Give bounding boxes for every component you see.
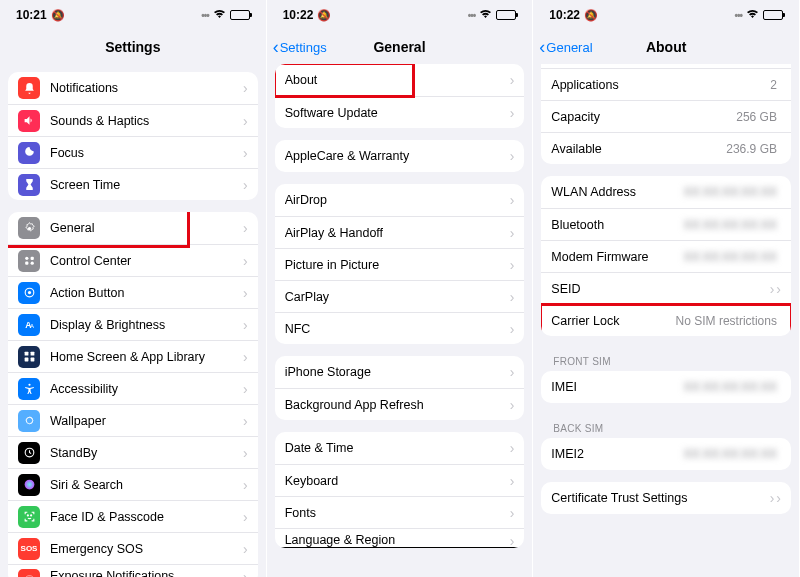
focus-icon xyxy=(18,142,40,164)
row-label: Capacity xyxy=(551,110,736,124)
row-label: Focus xyxy=(50,146,241,160)
chevron-right-icon: › xyxy=(243,569,248,577)
row-focus[interactable]: Focus› xyxy=(8,136,258,168)
chevron-right-icon: › xyxy=(510,289,515,305)
chevron-right-icon: › xyxy=(243,253,248,269)
row-date-time[interactable]: Date & Time› xyxy=(275,432,525,464)
row-standby[interactable]: StandBy› xyxy=(8,436,258,468)
row-imei2[interactable]: IMEI2XX:XX:XX:XX:XX xyxy=(541,438,791,470)
about-group-2: WLAN AddressXX:XX:XX:XX:XXBluetoothXX:XX… xyxy=(541,176,791,336)
row-keyboard[interactable]: Keyboard› xyxy=(275,464,525,496)
chevron-right-icon: › xyxy=(510,257,515,273)
row-label: Action Button xyxy=(50,286,241,300)
row-control-center[interactable]: Control Center› xyxy=(8,244,258,276)
general-group-2: AppleCare & Warranty› xyxy=(275,140,525,172)
svg-rect-9 xyxy=(24,352,28,356)
chevron-right-icon: › xyxy=(243,477,248,493)
page-title: Settings xyxy=(105,39,160,55)
row-fonts[interactable]: Fonts› xyxy=(275,496,525,528)
row-sounds-haptics[interactable]: Sounds & Haptics› xyxy=(8,104,258,136)
row-airplay-handoff[interactable]: AirPlay & Handoff› xyxy=(275,216,525,248)
row-carplay[interactable]: CarPlay› xyxy=(275,280,525,312)
row-label: Home Screen & App Library xyxy=(50,350,241,364)
row-available[interactable]: Available236.9 GB xyxy=(541,132,791,164)
nav-bar: ‹ Settings General xyxy=(267,30,533,64)
svg-rect-3 xyxy=(30,257,33,260)
row-value: XX:XX:XX:XX:XX xyxy=(684,185,777,199)
chevron-right-icon: › xyxy=(243,381,248,397)
about-group-5: Certificate Trust Settings›› xyxy=(541,482,791,514)
chevron-right-icon: › xyxy=(510,225,515,241)
svg-point-18 xyxy=(30,515,31,516)
back-button[interactable]: ‹ General xyxy=(539,38,592,56)
chevron-right-icon: › xyxy=(770,281,775,297)
status-bar: 10:21 🔕 ••• xyxy=(0,0,266,30)
row-siri-search[interactable]: Siri & Search› xyxy=(8,468,258,500)
faceid-icon xyxy=(18,506,40,528)
row-label: Date & Time xyxy=(285,441,508,455)
row-label: iPhone Storage xyxy=(285,365,508,379)
row-accessibility[interactable]: Accessibility› xyxy=(8,372,258,404)
row-background-app-refresh[interactable]: Background App Refresh› xyxy=(275,388,525,420)
row-action-button[interactable]: Action Button› xyxy=(8,276,258,308)
svg-point-6 xyxy=(27,291,30,294)
row-about[interactable]: About› xyxy=(275,64,525,96)
svg-rect-12 xyxy=(30,358,34,362)
row-bluetooth[interactable]: BluetoothXX:XX:XX:XX:XX xyxy=(541,208,791,240)
row-label: Control Center xyxy=(50,254,241,268)
status-bar: 10:22 🔕 ••• xyxy=(267,0,533,30)
row-label: Fonts xyxy=(285,506,508,520)
row-airdrop[interactable]: AirDrop› xyxy=(275,184,525,216)
row-picture-in-picture[interactable]: Picture in Picture› xyxy=(275,248,525,280)
chevron-right-icon: › xyxy=(243,349,248,365)
row-screen-time[interactable]: Screen Time› xyxy=(8,168,258,200)
row-emergency-sos[interactable]: SOSEmergency SOS› xyxy=(8,532,258,564)
row-carrier-lock[interactable]: Carrier LockNo SIM restrictions xyxy=(541,304,791,336)
row-display-brightness[interactable]: AADisplay & Brightness› xyxy=(8,308,258,340)
row-label: Wallpaper xyxy=(50,414,241,428)
row-label: CarPlay xyxy=(285,290,508,304)
back-label: General xyxy=(546,40,592,55)
row-label: NFC xyxy=(285,322,508,336)
row-label: Exposure Notifications xyxy=(50,569,241,577)
cellular-icon: ••• xyxy=(468,10,476,21)
row-value: XX:XX:XX:XX:XX xyxy=(684,250,777,264)
row-wlan-address[interactable]: WLAN AddressXX:XX:XX:XX:XX xyxy=(541,176,791,208)
row-applecare-warranty[interactable]: AppleCare & Warranty› xyxy=(275,140,525,172)
row-software-update[interactable]: Software Update› xyxy=(275,96,525,128)
row-seid[interactable]: SEID›› xyxy=(541,272,791,304)
row-label: Modem Firmware xyxy=(551,250,683,264)
row-capacity[interactable]: Capacity256 GB xyxy=(541,100,791,132)
nav-bar: Settings xyxy=(0,30,266,64)
general-icon xyxy=(18,217,40,239)
screentime-icon xyxy=(18,174,40,196)
row-language-region[interactable]: Language & Region› xyxy=(275,528,525,548)
row-face-id-passcode[interactable]: Face ID & Passcode› xyxy=(8,500,258,532)
row-label: Available xyxy=(551,142,726,156)
back-button[interactable]: ‹ Settings xyxy=(273,38,327,56)
row-value: 256 GB xyxy=(736,110,777,124)
row-imei[interactable]: IMEIXX:XX:XX:XX:XX xyxy=(541,371,791,403)
nav-bar: ‹ General About xyxy=(533,30,799,64)
row-nfc[interactable]: NFC› xyxy=(275,312,525,344)
row-notifications[interactable]: Notifications› xyxy=(8,72,258,104)
chevron-right-icon: › xyxy=(510,364,515,380)
chevron-right-icon: › xyxy=(510,192,515,208)
row-exposure-notifications[interactable]: Exposure Notifications› xyxy=(8,564,258,577)
row-general[interactable]: General› xyxy=(8,212,258,244)
chevron-right-icon: › xyxy=(510,148,515,164)
row-certificate-trust-settings[interactable]: Certificate Trust Settings›› xyxy=(541,482,791,514)
actionbutton-icon xyxy=(18,282,40,304)
row-iphone-storage[interactable]: iPhone Storage› xyxy=(275,356,525,388)
row-modem-firmware[interactable]: Modem FirmwareXX:XX:XX:XX:XX xyxy=(541,240,791,272)
row-wallpaper[interactable]: Wallpaper› xyxy=(8,404,258,436)
row-label: SEID xyxy=(551,282,767,296)
wallpaper-icon xyxy=(18,410,40,432)
row-home-screen-app-library[interactable]: Home Screen & App Library› xyxy=(8,340,258,372)
svg-point-1 xyxy=(25,257,28,260)
chevron-right-icon: › xyxy=(510,473,515,489)
row-applications[interactable]: Applications2 xyxy=(541,68,791,100)
status-bar: 10:22 🔕 ••• xyxy=(533,0,799,30)
about-panel: 10:22 🔕 ••• ‹ General About PhotosApplic… xyxy=(533,0,800,577)
row-label: WLAN Address xyxy=(551,185,683,199)
